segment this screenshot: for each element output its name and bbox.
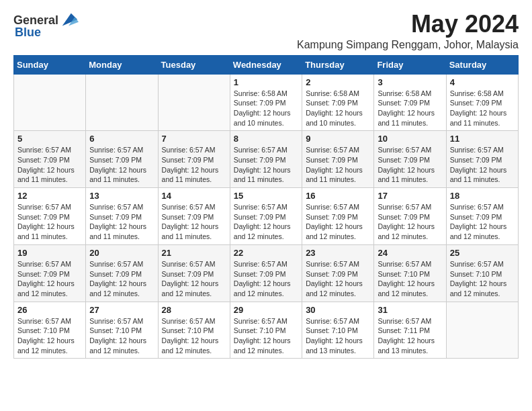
title-block: May 2024 Kampung Simpang Renggam, Johor,… bbox=[297, 11, 519, 51]
column-header-monday: Monday bbox=[86, 55, 158, 74]
day-number: 28 bbox=[162, 305, 226, 315]
calendar-cell: 15Sunrise: 6:57 AMSunset: 7:09 PMDayligh… bbox=[230, 188, 302, 245]
calendar-cell: 24Sunrise: 6:57 AMSunset: 7:10 PMDayligh… bbox=[374, 244, 446, 302]
day-info: Sunrise: 6:57 AMSunset: 7:10 PMDaylight:… bbox=[234, 316, 298, 356]
day-number: 23 bbox=[306, 248, 370, 258]
day-number: 30 bbox=[306, 305, 370, 315]
day-number: 7 bbox=[162, 134, 226, 144]
day-info: Sunrise: 6:57 AMSunset: 7:09 PMDaylight:… bbox=[306, 202, 370, 242]
day-number: 14 bbox=[162, 191, 226, 201]
calendar-cell: 27Sunrise: 6:57 AMSunset: 7:10 PMDayligh… bbox=[86, 302, 158, 359]
calendar-cell: 31Sunrise: 6:57 AMSunset: 7:11 PMDayligh… bbox=[374, 302, 446, 359]
calendar-cell: 11Sunrise: 6:57 AMSunset: 7:09 PMDayligh… bbox=[446, 131, 518, 188]
calendar-cell: 21Sunrise: 6:57 AMSunset: 7:09 PMDayligh… bbox=[158, 244, 230, 302]
day-number: 21 bbox=[162, 248, 226, 258]
calendar-table: SundayMondayTuesdayWednesdayThursdayFrid… bbox=[13, 55, 519, 359]
day-number: 13 bbox=[89, 191, 154, 201]
day-info: Sunrise: 6:58 AMSunset: 7:09 PMDaylight:… bbox=[306, 89, 370, 128]
calendar-cell bbox=[158, 74, 230, 131]
day-number: 15 bbox=[234, 191, 298, 201]
day-info: Sunrise: 6:58 AMSunset: 7:09 PMDaylight:… bbox=[450, 89, 515, 128]
day-number: 24 bbox=[378, 248, 442, 258]
calendar-week-3: 12Sunrise: 6:57 AMSunset: 7:09 PMDayligh… bbox=[14, 188, 519, 245]
calendar-cell: 14Sunrise: 6:57 AMSunset: 7:09 PMDayligh… bbox=[158, 188, 230, 245]
calendar-header-row: SundayMondayTuesdayWednesdayThursdayFrid… bbox=[14, 55, 519, 74]
day-info: Sunrise: 6:58 AMSunset: 7:09 PMDaylight:… bbox=[378, 89, 442, 128]
calendar-cell: 22Sunrise: 6:57 AMSunset: 7:09 PMDayligh… bbox=[230, 244, 302, 302]
location-title: Kampung Simpang Renggam, Johor, Malaysia bbox=[297, 39, 519, 51]
day-info: Sunrise: 6:57 AMSunset: 7:09 PMDaylight:… bbox=[234, 202, 298, 242]
day-info: Sunrise: 6:57 AMSunset: 7:09 PMDaylight:… bbox=[450, 145, 515, 185]
header: General Blue May 2024 Kampung Simpang Re… bbox=[13, 11, 519, 51]
day-number: 16 bbox=[306, 191, 370, 201]
day-number: 5 bbox=[17, 134, 82, 144]
calendar-cell: 6Sunrise: 6:57 AMSunset: 7:09 PMDaylight… bbox=[86, 131, 158, 188]
column-header-friday: Friday bbox=[374, 55, 446, 74]
calendar-cell: 26Sunrise: 6:57 AMSunset: 7:10 PMDayligh… bbox=[14, 302, 86, 359]
day-info: Sunrise: 6:57 AMSunset: 7:10 PMDaylight:… bbox=[450, 259, 515, 299]
logo-blue: Blue bbox=[15, 26, 41, 40]
calendar-body: 1Sunrise: 6:58 AMSunset: 7:09 PMDaylight… bbox=[14, 74, 519, 359]
day-info: Sunrise: 6:57 AMSunset: 7:10 PMDaylight:… bbox=[378, 259, 442, 299]
day-number: 31 bbox=[378, 305, 442, 315]
day-number: 8 bbox=[234, 134, 298, 144]
day-number: 25 bbox=[450, 248, 515, 258]
day-number: 29 bbox=[234, 305, 298, 315]
day-number: 4 bbox=[450, 77, 515, 87]
calendar-cell: 7Sunrise: 6:57 AMSunset: 7:09 PMDaylight… bbox=[158, 131, 230, 188]
day-number: 17 bbox=[378, 191, 442, 201]
day-info: Sunrise: 6:57 AMSunset: 7:09 PMDaylight:… bbox=[17, 202, 82, 242]
column-header-saturday: Saturday bbox=[446, 55, 518, 74]
calendar-cell: 1Sunrise: 6:58 AMSunset: 7:09 PMDaylight… bbox=[230, 74, 302, 131]
calendar-cell: 9Sunrise: 6:57 AMSunset: 7:09 PMDaylight… bbox=[302, 131, 374, 188]
calendar-cell: 5Sunrise: 6:57 AMSunset: 7:09 PMDaylight… bbox=[14, 131, 86, 188]
column-header-thursday: Thursday bbox=[302, 55, 374, 74]
day-number: 10 bbox=[378, 134, 442, 144]
calendar-cell: 20Sunrise: 6:57 AMSunset: 7:09 PMDayligh… bbox=[86, 244, 158, 302]
day-info: Sunrise: 6:57 AMSunset: 7:09 PMDaylight:… bbox=[378, 202, 442, 242]
calendar-cell bbox=[86, 74, 158, 131]
calendar-cell: 18Sunrise: 6:57 AMSunset: 7:09 PMDayligh… bbox=[446, 188, 518, 245]
calendar-week-4: 19Sunrise: 6:57 AMSunset: 7:09 PMDayligh… bbox=[14, 244, 519, 302]
day-number: 11 bbox=[450, 134, 515, 144]
day-info: Sunrise: 6:57 AMSunset: 7:09 PMDaylight:… bbox=[378, 145, 442, 185]
calendar-cell bbox=[446, 302, 518, 359]
day-info: Sunrise: 6:57 AMSunset: 7:10 PMDaylight:… bbox=[89, 316, 154, 356]
day-info: Sunrise: 6:57 AMSunset: 7:09 PMDaylight:… bbox=[306, 145, 370, 185]
calendar-cell: 23Sunrise: 6:57 AMSunset: 7:09 PMDayligh… bbox=[302, 244, 374, 302]
calendar-cell: 3Sunrise: 6:58 AMSunset: 7:09 PMDaylight… bbox=[374, 74, 446, 131]
calendar-cell: 8Sunrise: 6:57 AMSunset: 7:09 PMDaylight… bbox=[230, 131, 302, 188]
day-info: Sunrise: 6:58 AMSunset: 7:09 PMDaylight:… bbox=[234, 89, 298, 128]
calendar-cell: 25Sunrise: 6:57 AMSunset: 7:10 PMDayligh… bbox=[446, 244, 518, 302]
day-number: 27 bbox=[89, 305, 154, 315]
day-info: Sunrise: 6:57 AMSunset: 7:09 PMDaylight:… bbox=[450, 202, 515, 242]
day-number: 12 bbox=[17, 191, 82, 201]
calendar-cell: 17Sunrise: 6:57 AMSunset: 7:09 PMDayligh… bbox=[374, 188, 446, 245]
calendar-cell: 19Sunrise: 6:57 AMSunset: 7:09 PMDayligh… bbox=[14, 244, 86, 302]
column-header-tuesday: Tuesday bbox=[158, 55, 230, 74]
day-number: 22 bbox=[234, 248, 298, 258]
day-info: Sunrise: 6:57 AMSunset: 7:09 PMDaylight:… bbox=[17, 145, 82, 185]
calendar-cell: 4Sunrise: 6:58 AMSunset: 7:09 PMDaylight… bbox=[446, 74, 518, 131]
day-info: Sunrise: 6:57 AMSunset: 7:10 PMDaylight:… bbox=[162, 316, 226, 356]
calendar-cell: 10Sunrise: 6:57 AMSunset: 7:09 PMDayligh… bbox=[374, 131, 446, 188]
day-info: Sunrise: 6:57 AMSunset: 7:09 PMDaylight:… bbox=[234, 145, 298, 185]
day-number: 1 bbox=[234, 77, 298, 87]
calendar-cell: 30Sunrise: 6:57 AMSunset: 7:10 PMDayligh… bbox=[302, 302, 374, 359]
calendar-cell bbox=[14, 74, 86, 131]
calendar-cell: 2Sunrise: 6:58 AMSunset: 7:09 PMDaylight… bbox=[302, 74, 374, 131]
calendar-cell: 12Sunrise: 6:57 AMSunset: 7:09 PMDayligh… bbox=[14, 188, 86, 245]
day-number: 19 bbox=[17, 248, 82, 258]
day-info: Sunrise: 6:57 AMSunset: 7:10 PMDaylight:… bbox=[17, 316, 82, 356]
calendar-cell: 13Sunrise: 6:57 AMSunset: 7:09 PMDayligh… bbox=[86, 188, 158, 245]
calendar-week-2: 5Sunrise: 6:57 AMSunset: 7:09 PMDaylight… bbox=[14, 131, 519, 188]
logo-icon bbox=[60, 11, 79, 30]
day-info: Sunrise: 6:57 AMSunset: 7:09 PMDaylight:… bbox=[234, 259, 298, 299]
day-info: Sunrise: 6:57 AMSunset: 7:11 PMDaylight:… bbox=[378, 316, 442, 356]
day-number: 26 bbox=[17, 305, 82, 315]
calendar-week-1: 1Sunrise: 6:58 AMSunset: 7:09 PMDaylight… bbox=[14, 74, 519, 131]
calendar-cell: 16Sunrise: 6:57 AMSunset: 7:09 PMDayligh… bbox=[302, 188, 374, 245]
day-info: Sunrise: 6:57 AMSunset: 7:09 PMDaylight:… bbox=[162, 145, 226, 185]
day-info: Sunrise: 6:57 AMSunset: 7:10 PMDaylight:… bbox=[306, 316, 370, 356]
day-number: 6 bbox=[89, 134, 154, 144]
